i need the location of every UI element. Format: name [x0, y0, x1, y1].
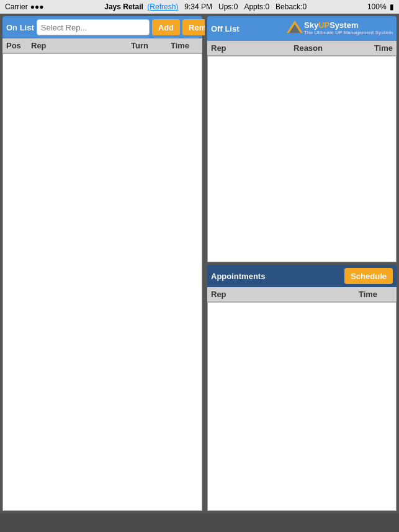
right-panel: Off List SkyUPSystem The Ultimate UP Man… — [205, 14, 399, 513]
on-list-body — [2, 53, 202, 511]
refresh-link[interactable]: (Refresh) — [147, 2, 178, 11]
off-list-section: Off List SkyUPSystem The Ultimate UP Man… — [207, 16, 397, 262]
appointments-label: Appointments — [211, 272, 265, 281]
battery-icon: ▮ — [390, 2, 394, 11]
ups-count: Ups:0 — [218, 2, 238, 11]
logo-container: SkyUPSystem The Ultimate UP Management S… — [285, 19, 393, 38]
signal-icon: ●●● — [30, 2, 44, 11]
store-name-text: Jays Retail — [104, 2, 143, 11]
schedule-button[interactable]: Schedule — [344, 268, 393, 284]
col-turn-header: Turn — [118, 41, 161, 50]
appointments-header: Appointments Schedule — [207, 265, 397, 287]
beback-count: Beback:0 — [276, 2, 307, 11]
appointments-section: Appointments Schedule Rep Time — [207, 265, 397, 511]
off-col-rep-header: Rep — [211, 43, 261, 53]
appt-col-time-header: Time — [343, 290, 393, 299]
off-list-header: Off List SkyUPSystem The Ultimate UP Man… — [207, 16, 397, 41]
on-list-panel: On List Add Remove Pos Rep Turn Time — [0, 14, 205, 513]
off-col-reason-header: Reason — [261, 43, 356, 53]
appts-count: Appts:0 — [244, 2, 269, 11]
time-label: 9:34 PM — [184, 2, 212, 11]
off-list-columns: Rep Reason Time — [207, 41, 397, 56]
carrier-label: Carrier — [5, 2, 28, 11]
appointments-columns: Rep Time — [207, 287, 397, 302]
off-list-body — [207, 56, 397, 262]
off-list-label: Off List — [211, 24, 240, 33]
on-list-label: On List — [6, 23, 34, 32]
select-rep-input[interactable] — [37, 19, 150, 35]
add-button[interactable]: Add — [152, 19, 180, 35]
off-col-time-header: Time — [356, 43, 393, 53]
col-pos-header: Pos — [6, 41, 31, 50]
col-time-header: Time — [161, 41, 199, 50]
main-layout: On List Add Remove Pos Rep Turn Time Off… — [0, 14, 399, 513]
appointments-body — [207, 302, 397, 511]
on-list-columns: Pos Rep Turn Time — [2, 38, 202, 53]
logo-text: SkyUPSystem The Ultimate UP Management S… — [304, 21, 393, 35]
on-list-header: On List Add Remove — [2, 16, 202, 38]
store-title: Jays Retail (Refresh) — [104, 2, 178, 11]
logo-icon — [285, 19, 304, 38]
col-rep-header: Rep — [31, 41, 118, 50]
appt-col-rep-header: Rep — [211, 290, 343, 299]
status-bar: Carrier ●●● Jays Retail (Refresh) 9:34 P… — [0, 0, 399, 14]
battery-label: 100% — [367, 2, 387, 11]
